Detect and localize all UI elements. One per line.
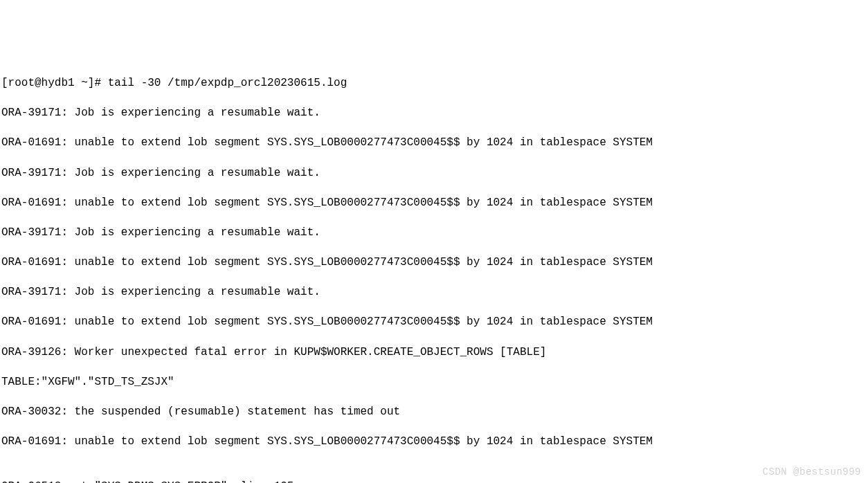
terminal-line: ORA-01691: unable to extend lob segment … [1, 196, 868, 211]
terminal-line: ORA-39171: Job is experiencing a resumab… [1, 166, 868, 181]
terminal-output: [root@hydb1 ~]# tail -30 /tmp/expdp_orcl… [0, 60, 868, 483]
terminal-line: ORA-39126: Worker unexpected fatal error… [1, 345, 868, 361]
watermark-text: CSDN @bestsun999 [763, 466, 861, 479]
terminal-line: [root@hydb1 ~]# tail -30 /tmp/expdp_orcl… [1, 76, 868, 91]
terminal-line: ORA-39171: Job is experiencing a resumab… [1, 285, 868, 300]
terminal-line: ORA-30032: the suspended (resumable) sta… [1, 405, 868, 420]
terminal-line: ORA-39171: Job is experiencing a resumab… [1, 226, 868, 241]
terminal-line: ORA-06512: at "SYS.DBMS_SYS_ERROR", line… [1, 480, 868, 483]
terminal-line: ORA-01691: unable to extend lob segment … [1, 315, 868, 330]
terminal-line: TABLE:"XGFW"."STD_TS_ZSJX" [1, 375, 868, 390]
terminal-line: ORA-01691: unable to extend lob segment … [1, 255, 868, 271]
terminal-line: ORA-01691: unable to extend lob segment … [1, 435, 868, 450]
terminal-line: ORA-01691: unable to extend lob segment … [1, 136, 868, 151]
terminal-line: ORA-39171: Job is experiencing a resumab… [1, 106, 868, 121]
